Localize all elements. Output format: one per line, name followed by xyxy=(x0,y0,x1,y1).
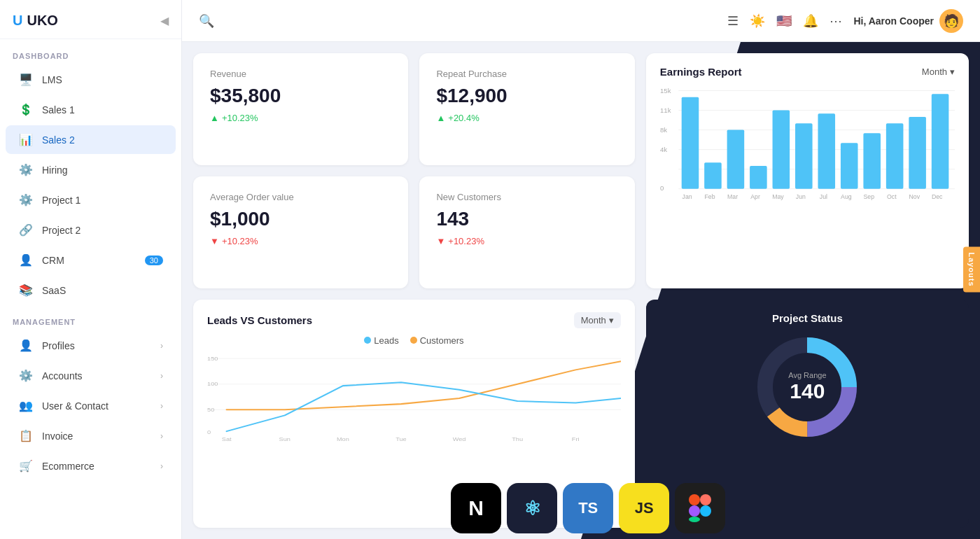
svg-text:4k: 4k xyxy=(660,146,667,153)
logo-text: UKO xyxy=(27,13,57,29)
sidebar-item-invoice[interactable]: 📋 Invoice › xyxy=(6,421,176,450)
sidebar-item-crm[interactable]: 👤 CRM 30 xyxy=(6,246,176,274)
chevron-right-icon: › xyxy=(160,371,163,381)
new-customers-change-text: +10.23% xyxy=(448,236,484,246)
sidebar-item-project2[interactable]: 🔗 Project 2 xyxy=(6,216,176,244)
user-contact-icon: 👥 xyxy=(18,399,34,412)
earnings-header: Earnings Report Month ▾ xyxy=(660,66,955,78)
svg-rect-13 xyxy=(727,130,744,189)
avg-order-card: Average Order value $1,000 ▼ +10.23% xyxy=(193,176,408,288)
earnings-title: Earnings Report xyxy=(660,66,742,78)
svg-text:Feb: Feb xyxy=(704,193,715,200)
sidebar-item-label: Sales 1 xyxy=(42,104,75,115)
menu-icon[interactable]: ☰ xyxy=(727,13,738,29)
accounts-icon: ⚙️ xyxy=(18,369,34,382)
sidebar-item-saas[interactable]: 📚 SaaS xyxy=(6,276,176,304)
svg-point-57 xyxy=(700,505,711,517)
sidebar-item-sales1[interactable]: 💲 Sales 1 xyxy=(6,95,176,124)
sidebar-item-profiles[interactable]: 👤 Profiles › xyxy=(6,331,176,360)
sales2-icon: 📊 xyxy=(18,133,34,146)
tech-logos-row: N ⚛ TS JS xyxy=(445,477,980,539)
chevron-right-icon: › xyxy=(160,401,163,411)
leads-legend: Leads Customers xyxy=(207,335,621,346)
earnings-card: Earnings Report Month ▾ 15k 11k xyxy=(646,53,969,288)
svg-text:0: 0 xyxy=(660,184,664,192)
donut-avg-value: 140 xyxy=(788,379,826,403)
new-customers-card: New Customers 143 ▼ +10.23% xyxy=(419,176,634,288)
sidebar-item-label: LMS xyxy=(42,74,62,85)
saas-icon: 📚 xyxy=(18,284,34,297)
flag-icon[interactable]: 🇺🇸 xyxy=(776,13,792,29)
svg-text:Jan: Jan xyxy=(682,193,692,200)
leads-title: Leads VS Customers xyxy=(207,314,312,326)
svg-text:100: 100 xyxy=(207,381,218,387)
avg-order-value: $1,000 xyxy=(210,208,391,230)
chevron-right-icon: › xyxy=(160,461,163,471)
topbar-right: ☰ ☀️ 🇺🇸 🔔 ⋯ Hi, Aaron Cooper 🧑 xyxy=(727,9,963,33)
repeat-purchase-card: Repeat Purchase $12,900 ▲ +20.4% xyxy=(419,53,634,165)
new-customers-value: 143 xyxy=(436,208,617,230)
main-content: 🔍 ☰ ☀️ 🇺🇸 🔔 ⋯ Hi, Aaron Cooper 🧑 Revenue… xyxy=(182,0,980,539)
svg-text:Fri: Fri xyxy=(572,435,580,442)
sidebar-item-label: Profiles xyxy=(42,340,75,351)
avg-order-change: ▼ +10.23% xyxy=(210,236,391,246)
svg-rect-53 xyxy=(689,494,700,505)
svg-text:Oct: Oct xyxy=(887,193,897,200)
crm-icon: 👤 xyxy=(18,253,34,267)
svg-text:Jun: Jun xyxy=(796,193,806,200)
topbar: 🔍 ☰ ☀️ 🇺🇸 🔔 ⋯ Hi, Aaron Cooper 🧑 xyxy=(182,0,980,42)
new-customers-label: New Customers xyxy=(436,192,617,202)
project-status-donut: Avg Range 140 xyxy=(751,331,863,443)
svg-text:May: May xyxy=(772,193,784,200)
svg-rect-21 xyxy=(909,117,926,189)
avatar: 🧑 xyxy=(939,9,963,33)
figma-logo xyxy=(675,483,725,533)
svg-text:Jul: Jul xyxy=(820,193,827,200)
sidebar-item-lms[interactable]: 🖥️ LMS xyxy=(6,65,176,94)
sidebar-item-label: Project 1 xyxy=(42,195,80,206)
svg-text:Mon: Mon xyxy=(337,435,349,442)
sidebar-item-accounts[interactable]: ⚙️ Accounts › xyxy=(6,361,176,390)
layouts-tab[interactable]: Layouts xyxy=(963,246,980,292)
search-box[interactable]: 🔍 xyxy=(199,13,716,29)
svg-rect-15 xyxy=(772,111,790,189)
sidebar-item-sales2[interactable]: 📊 Sales 2 xyxy=(6,125,176,154)
revenue-value: $35,800 xyxy=(210,85,391,107)
chevron-right-icon: › xyxy=(160,431,163,441)
svg-text:Nov: Nov xyxy=(909,193,920,200)
svg-rect-54 xyxy=(700,494,711,505)
sidebar-item-user-contact[interactable]: 👥 User & Contact › xyxy=(6,391,176,420)
earnings-period: Month xyxy=(922,66,947,77)
new-customers-change: ▼ +10.23% xyxy=(436,236,617,246)
profiles-icon: 👤 xyxy=(18,339,34,352)
svg-text:15k: 15k xyxy=(660,87,671,94)
nextjs-logo: N xyxy=(451,483,501,533)
svg-rect-56 xyxy=(689,517,700,522)
sidebar-item-label: Hiring xyxy=(42,164,68,176)
management-section-label: MANAGEMENT xyxy=(0,305,181,330)
sidebar-item-project1[interactable]: ⚙️ Project 1 xyxy=(6,186,176,214)
repeat-purchase-change: ▲ +20.4% xyxy=(436,113,617,123)
leads-month-dropdown[interactable]: Month ▾ xyxy=(574,312,621,328)
revenue-change: ▲ +10.23% xyxy=(210,113,391,123)
svg-rect-14 xyxy=(750,166,767,189)
up-arrow-icon: ▲ xyxy=(210,113,219,123)
svg-text:Sat: Sat xyxy=(222,435,232,442)
sales1-icon: 💲 xyxy=(18,103,34,116)
sidebar-item-ecommerce[interactable]: 🛒 Ecommerce › xyxy=(6,451,176,480)
project2-icon: 🔗 xyxy=(18,223,34,237)
earnings-month-dropdown[interactable]: Month ▾ xyxy=(922,66,955,77)
react-logo: ⚛ xyxy=(507,483,557,533)
svg-text:Tue: Tue xyxy=(396,435,407,442)
hiring-icon: ⚙️ xyxy=(18,163,34,176)
javascript-logo: JS xyxy=(619,483,669,533)
sidebar-collapse-button[interactable]: ◀ xyxy=(160,14,169,27)
donut-center: Avg Range 140 xyxy=(788,371,826,403)
sun-icon[interactable]: ☀️ xyxy=(750,13,765,29)
sidebar-item-label: SaaS xyxy=(42,285,66,296)
grid-icon[interactable]: ⋯ xyxy=(830,13,842,29)
search-icon: 🔍 xyxy=(199,13,214,29)
svg-text:Sep: Sep xyxy=(863,193,874,200)
bell-icon[interactable]: 🔔 xyxy=(803,13,818,29)
sidebar-item-hiring[interactable]: ⚙️ Hiring xyxy=(6,155,176,184)
